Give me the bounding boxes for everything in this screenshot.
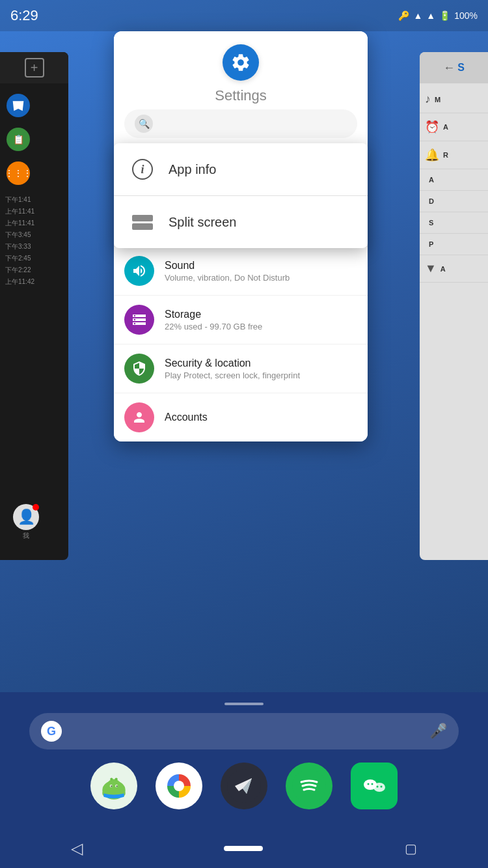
gear-svg	[230, 52, 251, 73]
list-item: 📋	[0, 122, 68, 156]
time-label: 上午11:41	[0, 206, 68, 217]
time-label: 下午1:41	[0, 190, 68, 206]
sound-text: Sound Volume, vibration, Do Not Disturb	[165, 260, 357, 283]
time-label: 下午3:33	[0, 241, 68, 253]
dock-icon-spotify[interactable]	[286, 763, 332, 809]
microphone-icon[interactable]: 🎤	[429, 723, 447, 740]
item-icon	[7, 94, 30, 117]
accounts-title: Accounts	[165, 412, 357, 423]
clock-icon: ⏰	[425, 120, 439, 134]
list-item: ♪ M	[420, 86, 488, 113]
list-item: D	[420, 191, 488, 212]
svg-point-20	[373, 783, 385, 792]
svg-point-12	[115, 778, 118, 781]
time-label: 上午11:42	[0, 276, 68, 288]
split-screen-icon	[129, 209, 156, 235]
settings-header: Settings 🔍	[114, 31, 368, 148]
context-item-app-info[interactable]: i App info	[114, 143, 368, 195]
svg-point-23	[377, 786, 379, 788]
time-label: 下午2:22	[0, 264, 68, 276]
context-item-split-screen[interactable]: Split screen	[114, 195, 368, 248]
left-card-header: +	[0, 52, 68, 83]
dock-icon-wechat[interactable]	[351, 763, 398, 809]
left-recent-card: + 📋 ⋮⋮⋮ 下午1:41 上午11:41 上午11:41 下午3:45 下午…	[0, 52, 68, 560]
context-menu: i App info Split screen	[114, 143, 368, 248]
recents-button[interactable]: ▢	[405, 841, 417, 856]
info-icon: i	[129, 156, 156, 182]
list-item: A	[420, 169, 488, 191]
home-pill	[224, 846, 263, 851]
right-recent-card: ← S ♪ M ⏰ A 🔔 R A D S P	[420, 52, 488, 560]
signal-icon: ▲	[426, 10, 435, 21]
svg-point-11	[110, 778, 113, 781]
time-label: 下午2:45	[0, 253, 68, 264]
nav-bar: ◁ ▢	[0, 829, 488, 868]
security-icon-circle	[124, 354, 154, 384]
item-icon: ⋮⋮⋮	[7, 161, 30, 185]
settings-item-storage[interactable]: Storage 22% used - 99.70 GB free	[114, 295, 368, 344]
google-g-icon: G	[41, 721, 62, 742]
settings-item-security[interactable]: Security & location Play Protect, screen…	[114, 344, 368, 393]
list-item: 🔔 R	[420, 141, 488, 169]
svg-point-22	[372, 783, 373, 785]
list-item: ▼ A	[420, 255, 488, 283]
dock-icons	[90, 763, 398, 809]
svg-point-24	[381, 786, 383, 788]
avatar: 👤 我	[13, 504, 39, 540]
sound-subtitle: Volume, vibration, Do Not Disturb	[165, 273, 357, 283]
wifi-icon: ▲	[413, 10, 422, 21]
list-item	[0, 89, 68, 122]
storage-text: Storage 22% used - 99.70 GB free	[165, 309, 357, 331]
home-button[interactable]	[224, 846, 263, 851]
header-label: S	[457, 62, 465, 74]
google-search-bar[interactable]: G 🎤	[29, 713, 459, 749]
list-item: ⏰ A	[420, 113, 488, 141]
back-button[interactable]: ◁	[71, 839, 83, 858]
settings-item-sound[interactable]: Sound Volume, vibration, Do Not Disturb	[114, 246, 368, 295]
item-icon: 📋	[7, 128, 30, 151]
battery-percent: 100%	[454, 10, 478, 21]
music-icon: ♪	[425, 92, 431, 106]
list-item: S	[420, 212, 488, 234]
status-bar: 6:29 🔑 ▲ ▲ 🔋 100%	[0, 0, 488, 31]
accounts-text: Accounts	[165, 412, 357, 423]
app-info-label: App info	[169, 162, 216, 177]
time-label: 上午11:41	[0, 217, 68, 229]
back-icon: ◁	[71, 839, 83, 858]
settings-item-accounts[interactable]: Accounts	[114, 393, 368, 441]
split-screen-label: Split screen	[169, 215, 237, 230]
right-card-header: ← S	[420, 52, 488, 83]
svg-point-4	[107, 779, 122, 794]
dock-icon-photos[interactable]	[156, 763, 202, 809]
settings-search-bar[interactable]: 🔍	[124, 109, 357, 138]
storage-subtitle: 22% used - 99.70 GB free	[165, 322, 357, 331]
chevron-down-icon: ▼	[425, 262, 437, 275]
status-icons: 🔑 ▲ ▲ 🔋 100%	[398, 10, 478, 21]
status-time: 6:29	[10, 7, 38, 24]
list-item: P	[420, 234, 488, 255]
dock-icon-telegram[interactable]	[221, 763, 267, 809]
svg-point-17	[292, 769, 326, 803]
bell-icon: 🔔	[425, 148, 439, 162]
right-items: ♪ M ⏰ A 🔔 R A D S P ▼ A	[420, 83, 488, 285]
dock-icon-files[interactable]	[90, 763, 137, 809]
list-item: ⋮⋮⋮	[0, 156, 68, 190]
recents-icon: ▢	[405, 841, 417, 856]
key-icon: 🔑	[398, 10, 409, 21]
accounts-icon-circle	[124, 402, 154, 432]
security-text: Security & location Play Protect, screen…	[165, 357, 357, 380]
settings-title: Settings	[215, 87, 267, 104]
svg-point-21	[368, 783, 370, 785]
home-indicator	[224, 703, 264, 705]
security-subtitle: Play Protect, screen lock, fingerprint	[165, 371, 357, 380]
storage-icon-circle	[124, 305, 154, 335]
svg-point-15	[174, 781, 184, 791]
search-icon: 🔍	[135, 115, 153, 133]
time-label: 下午3:45	[0, 229, 68, 241]
back-icon: ←	[443, 61, 455, 75]
sound-icon-circle	[124, 256, 154, 286]
add-button[interactable]: +	[25, 58, 44, 77]
security-title: Security & location	[165, 357, 357, 369]
settings-gear-icon	[223, 44, 259, 81]
left-card-items: 📋 ⋮⋮⋮ 下午1:41 上午11:41 上午11:41 下午3:45 下午3:…	[0, 83, 68, 293]
